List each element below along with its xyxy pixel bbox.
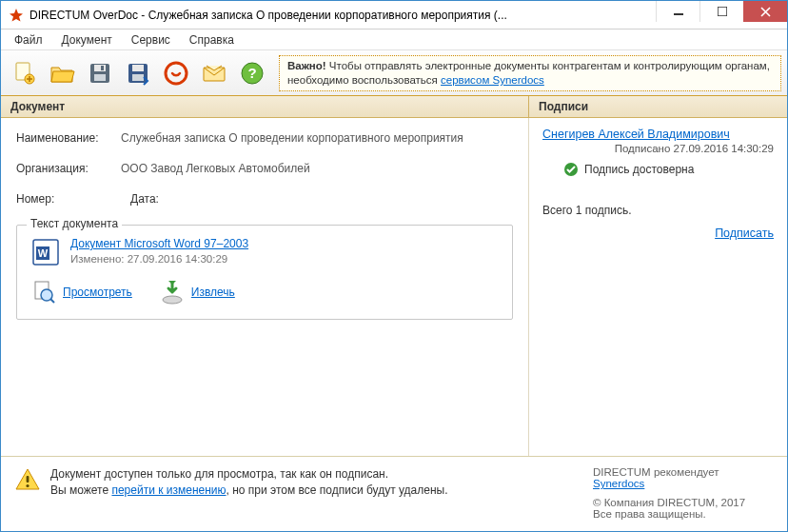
signer-link[interactable]: Снегирев Алексей Владимирович [542,128,730,141]
svg-rect-6 [94,74,106,81]
copyright: © Компания DIRECTUM, 2017 [593,497,774,508]
sign-action[interactable]: Подписать [715,227,774,240]
warning-icon [14,466,41,493]
svg-rect-1 [718,7,727,16]
menu-service[interactable]: Сервис [122,31,180,49]
close-button[interactable] [743,1,787,22]
main-window: DIRECTUM OverDoc - Служебная записка О п… [0,0,788,532]
open-button[interactable] [45,56,79,90]
content: Наименование: Служебная записка О провед… [1,118,787,456]
rights: Все права защищены. [593,508,774,520]
footer-message: Документ доступен только для просмотра, … [50,466,448,520]
sign-button[interactable] [159,56,193,90]
document-modified: Изменено: 27.09.2016 14:30:29 [70,253,248,265]
svg-point-20 [163,296,182,304]
menu-document[interactable]: Документ [52,31,122,49]
signature-valid: Подпись достоверна [584,163,694,176]
important-banner: Важно! Чтобы отправлять электронные доку… [279,55,781,91]
signatures-total: Всего 1 подпись. [542,204,774,217]
minimize-button[interactable] [656,1,699,22]
section-headers: Документ Подписи [1,96,787,118]
svg-rect-22 [27,476,30,483]
svg-rect-9 [132,65,144,71]
mail-button[interactable] [197,56,231,90]
svg-rect-0 [674,13,683,15]
maximize-button[interactable] [699,1,743,22]
svg-text:W: W [38,247,49,259]
help-button[interactable]: ? [235,56,269,90]
document-link[interactable]: Документ Microsoft Word 97–2003 [70,237,248,250]
signatures-pane: Снегирев Алексей Владимирович Подписано … [529,118,787,456]
new-button[interactable] [7,56,41,90]
footer-right: DIRECTUM рекомендует Synerdocs © Компани… [593,466,774,520]
app-icon [9,8,24,23]
window-title: DIRECTUM OverDoc - Служебная записка О п… [30,9,656,22]
check-icon [563,162,579,177]
svg-text:?: ? [247,65,256,81]
name-label: Наименование: [16,131,121,145]
extract-link[interactable]: Извлечь [191,286,235,299]
org-value: ООО Завод Легковых Автомобилей [121,162,513,175]
document-header: Документ [1,96,529,117]
svg-rect-10 [132,74,144,81]
document-pane: Наименование: Служебная записка О провед… [1,118,529,456]
signed-at: Подписано 27.09.2016 14:30:29 [542,143,774,154]
save-button[interactable] [83,56,117,90]
recommends-label: DIRECTUM рекомендует [593,466,774,478]
titlebar: DIRECTUM OverDoc - Служебная записка О п… [1,1,787,30]
extract-icon [159,279,186,305]
name-value: Служебная записка О проведении корпорати… [121,131,513,145]
svg-point-11 [166,63,187,84]
window-controls [656,1,787,29]
group-legend: Текст документа [27,217,122,230]
number-label: Номер: [16,192,73,206]
svg-rect-5 [94,65,106,71]
document-text-group: Текст документа W Документ Microsoft Wor… [16,225,513,320]
svg-rect-7 [101,66,104,70]
menubar: Файл Документ Сервис Справка [1,30,787,50]
preview-icon [30,279,57,305]
org-label: Организация: [16,162,121,175]
signatures-header: Подписи [529,96,787,117]
synerdocs-link[interactable]: сервисом Synerdocs [441,74,544,86]
footer: Документ доступен только для просмотра, … [1,456,787,531]
banner-prefix: Важно! [287,60,326,71]
toolbar: ? Важно! Чтобы отправлять электронные до… [1,50,787,96]
synerdocs-footer-link[interactable]: Synerdocs [593,478,644,489]
word-icon: W [30,237,61,267]
date-label: Дата: [130,192,173,206]
view-link[interactable]: Просмотреть [63,286,132,299]
save-as-button[interactable] [121,56,155,90]
svg-point-23 [26,484,29,487]
menu-help[interactable]: Справка [180,31,244,49]
menu-file[interactable]: Файл [5,31,52,49]
edit-link[interactable]: перейти к изменению [111,483,226,497]
